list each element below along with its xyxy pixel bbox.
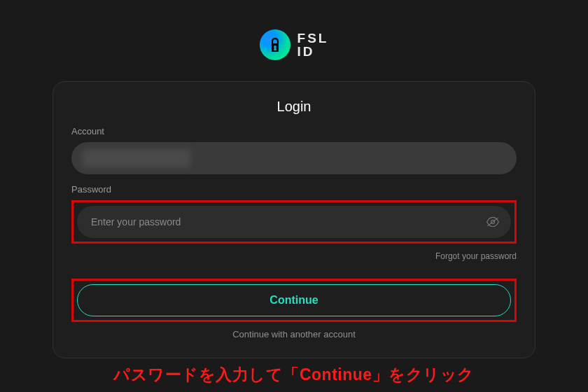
password-input[interactable] — [77, 206, 511, 238]
brand-line1: FSL — [298, 31, 329, 45]
instruction-annotation: パスワードを入力して「Continue」をクリック — [113, 364, 474, 386]
forgot-password-link[interactable]: Forgot your password — [435, 251, 517, 261]
card-title: Login — [71, 99, 517, 115]
brand-logo: FSL ID — [260, 29, 329, 60]
continue-button[interactable]: Continue — [77, 284, 511, 316]
brand-line2: ID — [298, 45, 329, 58]
password-label: Password — [71, 184, 517, 195]
forgot-row: Forgot your password — [71, 249, 517, 262]
password-field — [77, 206, 511, 238]
keyhole-icon — [260, 29, 290, 60]
alt-account-link[interactable]: Continue with another account — [71, 329, 517, 340]
brand-wordmark: FSL ID — [298, 31, 329, 58]
account-input-wrap — [71, 142, 517, 174]
eye-off-icon[interactable] — [486, 215, 500, 229]
account-input[interactable] — [71, 142, 517, 174]
account-label: Account — [71, 126, 517, 136]
login-card: Login Account Password Forgot your passw… — [52, 81, 536, 358]
password-highlight-box — [71, 200, 517, 244]
page: FSL ID Login Account Password Forgot you… — [0, 0, 588, 392]
continue-highlight-box: Continue — [71, 279, 517, 322]
